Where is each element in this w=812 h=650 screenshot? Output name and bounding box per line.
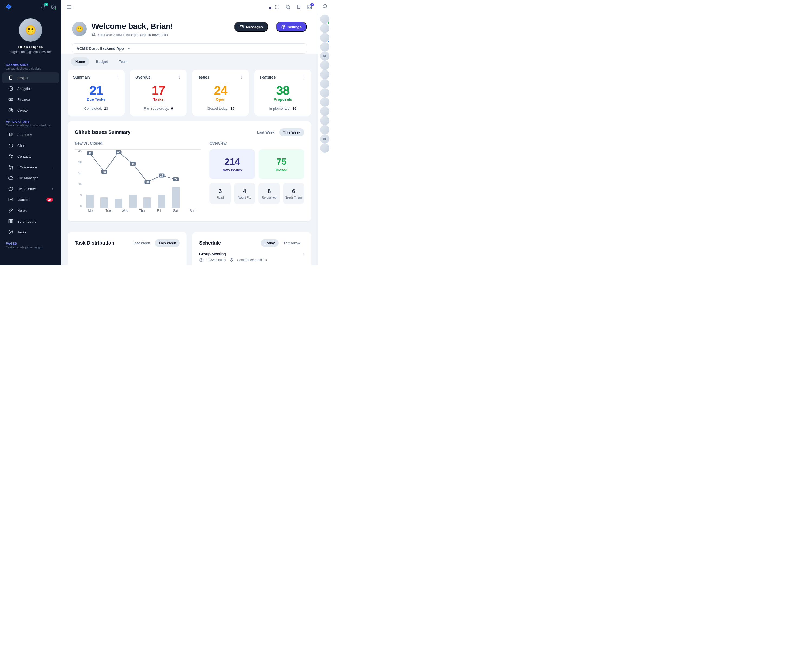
card-footer: Completed: 13 <box>73 106 119 110</box>
nav-badge: 27 <box>46 198 53 202</box>
sidebar-item-analytics[interactable]: Analytics <box>2 83 59 94</box>
sidebar-item-contacts[interactable]: Contacts <box>2 151 59 162</box>
nav-section-title: APPLICATIONS <box>0 116 61 124</box>
tab-budget[interactable]: Budget <box>92 57 112 66</box>
project-selector[interactable]: ACME Corp. Backend App <box>72 43 307 54</box>
user-status-button[interactable] <box>51 5 56 10</box>
card-menu[interactable]: ⋮ <box>177 75 182 80</box>
sidebar-item-notes[interactable]: Notes <box>2 205 59 216</box>
menu-toggle[interactable] <box>67 5 72 10</box>
contact-avatar[interactable] <box>320 61 330 70</box>
nav-label: Crypto <box>17 109 27 112</box>
svg-point-8 <box>11 155 12 156</box>
nav-label: Tasks <box>17 230 26 234</box>
card-label: Due Tasks <box>73 97 119 102</box>
contact-avatar[interactable] <box>320 144 330 153</box>
sidebar-item-chat[interactable]: Chat <box>2 140 59 151</box>
task-dist-title: Task Distribution <box>75 240 114 246</box>
sidebar-item-crypto[interactable]: Crypto <box>2 105 59 116</box>
card-title: Issues <box>198 75 209 80</box>
nav-label: Finance <box>17 98 30 102</box>
app-logo <box>5 3 12 11</box>
toggle-last-week[interactable]: Last Week <box>253 128 278 136</box>
summary-card-features: Features⋮38ProposalsImplemented: 16 <box>255 70 311 116</box>
contact-avatar[interactable] <box>320 107 330 116</box>
overview-won-t-fix: 4Won't Fix <box>234 183 255 204</box>
contact-avatar[interactable] <box>320 116 330 125</box>
nav-label: Scrumboard <box>17 219 37 223</box>
sidebar-item-tasks[interactable]: Tasks <box>2 227 59 237</box>
summary-card-summary: Summary⋮21Due TasksCompleted: 13 <box>68 70 125 116</box>
card-menu[interactable]: ⋮ <box>240 75 244 80</box>
card-title: Summary <box>73 75 90 80</box>
search-button[interactable] <box>285 5 291 10</box>
avatar[interactable]: 🙂 <box>19 18 42 42</box>
contact-avatar[interactable] <box>320 70 330 79</box>
contact-avatar[interactable] <box>320 79 330 88</box>
summary-card-overdue: Overdue⋮17TasksFrom yesterday: 9 <box>130 70 187 116</box>
nav-section-subtitle: Custom made page designs <box>0 246 61 251</box>
sidebar-item-project[interactable]: Project <box>2 72 59 83</box>
contact-avatar[interactable] <box>320 42 330 52</box>
contact-avatar[interactable]: M <box>320 134 330 144</box>
schedule-today[interactable]: Today <box>261 239 279 247</box>
contact-avatar[interactable] <box>320 24 330 33</box>
taskdist-this-week[interactable]: This Week <box>155 239 180 247</box>
schedule-tomorrow[interactable]: Tomorrow <box>279 239 304 247</box>
taskdist-last-week[interactable]: Last Week <box>129 239 154 247</box>
contact-avatar[interactable]: M <box>320 52 330 61</box>
bookmarks-button[interactable] <box>296 5 302 10</box>
profile-email: hughes.brian@company.com <box>0 50 61 54</box>
contact-avatar[interactable] <box>320 98 330 107</box>
tabs: HomeBudgetTeam <box>68 54 311 70</box>
bookmark-icon <box>296 5 302 10</box>
sidebar-item-scrumboard[interactable]: Scrumboard <box>2 216 59 227</box>
chat-panel-toggle[interactable] <box>322 3 328 9</box>
location-icon <box>229 258 234 262</box>
card-menu[interactable]: ⋮ <box>115 75 119 80</box>
settings-button[interactable]: Settings <box>276 22 307 32</box>
toggle-this-week[interactable]: This Week <box>279 128 304 136</box>
sidebar-item-academy[interactable]: Academy <box>2 129 59 140</box>
cap-icon <box>8 132 14 137</box>
sidebar-item-ecommerce[interactable]: ECommerce› <box>2 162 59 173</box>
notifications-button[interactable]: 3 <box>41 5 46 10</box>
svg-rect-2 <box>10 76 12 80</box>
card-menu[interactable]: ⋮ <box>302 75 306 80</box>
chat-bubble-icon <box>322 3 328 9</box>
tab-team[interactable]: Team <box>114 57 132 66</box>
card-title: Overdue <box>135 75 151 80</box>
help-icon <box>8 186 14 191</box>
svg-point-21 <box>231 259 232 260</box>
header-avatar: 🙂 <box>72 22 87 36</box>
nav-section-subtitle: Custom made application designs <box>0 124 61 129</box>
fullscreen-button[interactable] <box>275 5 280 10</box>
inbox-button[interactable]: 5 <box>307 5 312 10</box>
pencil-icon <box>8 208 14 213</box>
tab-home[interactable]: Home <box>71 57 89 66</box>
nav-label: Help Center <box>17 187 36 191</box>
svg-rect-15 <box>12 219 13 223</box>
cash-icon <box>8 97 14 102</box>
users-icon <box>8 154 14 159</box>
contact-avatar[interactable] <box>320 88 330 98</box>
sidebar-item-file-manager[interactable]: File Manager <box>2 173 59 184</box>
schedule-item[interactable]: › Group Meeting in 32 minutes Conference… <box>199 252 304 262</box>
dollar-icon <box>8 107 14 113</box>
card-label: Open <box>198 97 244 102</box>
expand-icon <box>275 5 280 10</box>
page-title: Welcome back, Brian! <box>92 22 173 31</box>
sidebar-item-mailbox[interactable]: Mailbox27 <box>2 194 59 205</box>
card-footer: Implemented: 16 <box>260 106 306 110</box>
contact-avatar[interactable] <box>320 33 330 42</box>
contact-avatar[interactable] <box>320 125 330 134</box>
sidebar: 3 🙂 Brian Hughes hughes.brian@company.co… <box>0 0 61 265</box>
messages-button[interactable]: Messages <box>234 22 268 32</box>
nav-label: Contacts <box>17 154 31 158</box>
nav-label: File Manager <box>17 176 38 180</box>
chart-subtitle: New vs. Closed <box>75 141 201 145</box>
contact-avatar[interactable] <box>320 15 330 24</box>
sidebar-item-help-center[interactable]: Help Center› <box>2 184 59 194</box>
sidebar-item-finance[interactable]: Finance <box>2 94 59 105</box>
overview-subtitle: Overview <box>209 141 304 145</box>
